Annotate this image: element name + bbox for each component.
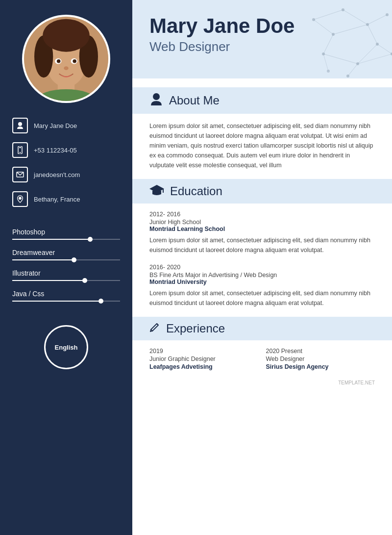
pencil-icon <box>149 322 160 335</box>
edu-year: 2016- 2020 <box>149 264 375 271</box>
skills-section: Photoshop Dreamweaver Illustrator Java /… <box>0 223 132 315</box>
education-entry: 2016- 2020 BS Fine Arts Major in Adverti… <box>149 264 375 308</box>
exp-year: 2019 <box>149 348 259 355</box>
svg-point-43 <box>153 93 160 100</box>
email-icon <box>12 167 28 182</box>
svg-line-39 <box>314 10 343 20</box>
svg-point-12 <box>64 66 69 70</box>
education-entries: 2012- 2016 Junior High School Montriad L… <box>149 211 375 308</box>
skill-name: Photoshop <box>12 228 120 236</box>
network-decoration <box>245 0 392 78</box>
graduation-icon <box>149 184 164 199</box>
contact-name-item: Mary Jane Doe <box>12 118 120 133</box>
skill-bar <box>12 301 120 302</box>
contact-email-item: janedoesn't.com <box>12 167 120 182</box>
avatar-container <box>0 0 132 113</box>
skill-fill <box>12 239 88 240</box>
skill-dot <box>72 257 76 262</box>
main-content: Mary Jane Doe Web Designer <box>132 0 392 535</box>
experience-entry: 2020 Present Web Designer Sirius Design … <box>266 348 375 370</box>
svg-point-13 <box>18 122 22 126</box>
exp-company: Leafpages Advetising <box>149 363 259 370</box>
skill-name: Java / Css <box>12 290 120 298</box>
skill-bar <box>12 280 120 281</box>
edu-school: Montriad University <box>149 279 375 285</box>
svg-point-11 <box>73 59 76 63</box>
experience-section-title: Experience <box>166 322 225 335</box>
skill-dot <box>98 299 103 304</box>
about-text: Lorem ipsum dolor sit amet, consectetuer… <box>149 121 375 170</box>
svg-point-10 <box>57 59 61 63</box>
contact-location-item: Bethany, France <box>12 191 120 207</box>
exp-role: Junior Graphic Designer <box>149 356 259 362</box>
svg-line-35 <box>377 44 392 54</box>
edu-desc: Lorem ipsum dolor sit amet, consectetuer… <box>149 235 375 255</box>
watermark: TEMPLATE.NET <box>149 378 375 388</box>
skill-item: Photoshop <box>12 228 120 240</box>
person-section-icon <box>149 92 163 109</box>
person-icon <box>12 118 28 133</box>
skill-fill <box>12 259 72 260</box>
experience-section-header: Experience <box>132 317 392 340</box>
content-sections: About Me Lorem ipsum dolor sit amet, con… <box>132 78 392 535</box>
contact-phone: +53 112234-05 <box>34 147 77 154</box>
avatar <box>22 15 110 103</box>
svg-rect-15 <box>19 147 21 148</box>
language-label: English <box>55 344 78 351</box>
skill-bar <box>12 239 120 240</box>
skill-dot <box>82 278 87 283</box>
edu-desc: Lorem ipsum dolor sit amet, consectetuer… <box>149 288 375 308</box>
language-circle: English <box>44 325 88 369</box>
skill-item: Dreamweaver <box>12 249 120 260</box>
svg-line-48 <box>150 331 152 331</box>
sidebar: Mary Jane Doe +53 112234-05 janedoesn't.… <box>0 0 132 535</box>
skill-bar <box>12 259 120 260</box>
skill-fill <box>12 280 82 281</box>
svg-line-38 <box>348 64 358 76</box>
edu-degree: Junior High School <box>149 219 375 226</box>
education-entry: 2012- 2016 Junior High School Montriad L… <box>149 211 375 255</box>
exp-role: Web Designer <box>266 356 375 362</box>
skill-fill <box>12 301 98 302</box>
edu-year: 2012- 2016 <box>149 211 375 218</box>
skill-item: Illustrator <box>12 269 120 281</box>
contact-name: Mary Jane Doe <box>34 122 77 129</box>
svg-line-40 <box>314 20 333 34</box>
contact-section: Mary Jane Doe +53 112234-05 janedoesn't.… <box>0 113 132 221</box>
phone-icon <box>12 142 28 158</box>
svg-point-18 <box>19 197 21 199</box>
contact-location: Bethany, France <box>34 196 80 203</box>
skill-dot <box>88 237 93 242</box>
svg-point-16 <box>20 152 21 153</box>
svg-line-30 <box>343 10 368 25</box>
location-icon <box>12 191 28 207</box>
skill-name: Illustrator <box>12 269 120 277</box>
header-section: Mary Jane Doe Web Designer <box>132 0 392 78</box>
svg-line-37 <box>323 54 358 64</box>
svg-line-41 <box>323 54 328 71</box>
experience-entries: 2019 Junior Graphic Designer Leafpages A… <box>149 348 375 370</box>
svg-line-31 <box>368 15 387 25</box>
skill-item: Java / Css <box>12 290 120 302</box>
svg-point-5 <box>43 19 90 52</box>
experience-entry: 2019 Junior Graphic Designer Leafpages A… <box>149 348 259 370</box>
edu-school: Montriad Learning School <box>149 226 375 232</box>
education-section-header: Education <box>132 179 392 204</box>
svg-line-33 <box>333 25 368 34</box>
edu-degree: BS Fine Arts Major in Advertising / Web … <box>149 272 375 279</box>
contact-phone-item: +53 112234-05 <box>12 142 120 158</box>
svg-line-34 <box>323 34 333 54</box>
exp-year: 2020 Present <box>266 348 375 355</box>
svg-rect-45 <box>163 189 164 193</box>
contact-email: janedoesn't.com <box>34 171 80 178</box>
skill-name: Dreamweaver <box>12 249 120 256</box>
about-section-header: About Me <box>132 87 392 114</box>
svg-line-46 <box>157 324 158 325</box>
about-section-title: About Me <box>169 94 220 107</box>
languages-section: English <box>0 320 132 374</box>
education-section-title: Education <box>170 184 222 198</box>
svg-line-32 <box>368 25 377 44</box>
exp-company: Sirius Design Agency <box>266 363 375 370</box>
